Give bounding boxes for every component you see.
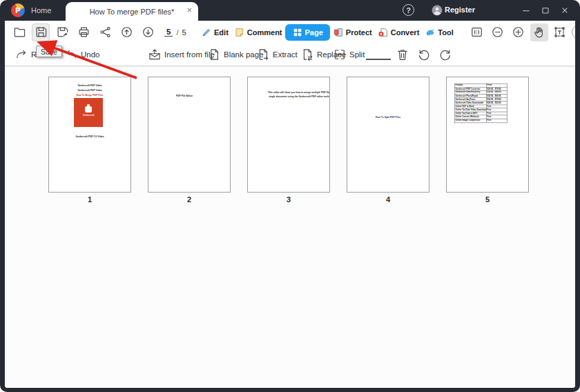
page-number-3: 3 bbox=[247, 195, 330, 204]
page-number-1: 1 bbox=[48, 195, 131, 204]
page-thumbnail-2[interactable]: PDF File Editor bbox=[148, 77, 231, 193]
thumb1-red-line: How To Merge PDF Files bbox=[70, 94, 110, 96]
split-button[interactable]: Split bbox=[333, 43, 365, 66]
tab-convert-label: Convert bbox=[391, 28, 420, 37]
insert-from-file-button[interactable]: Insert from file bbox=[148, 43, 215, 66]
page-separator: / bbox=[176, 28, 178, 37]
tab-protect-label: Protect bbox=[346, 28, 372, 37]
thumb3-line2: single document using the Geekersoft PDF… bbox=[269, 95, 329, 97]
share-button[interactable] bbox=[96, 23, 114, 41]
thumb4-line: How To Split PDF Files bbox=[369, 116, 408, 118]
extract-button[interactable]: Extract bbox=[256, 43, 298, 66]
minimize-button[interactable] bbox=[521, 5, 532, 16]
thumb3-line1: This video will show you how to merge mu… bbox=[268, 91, 330, 93]
tab-edit-label: Edit bbox=[214, 28, 229, 37]
page-number-input[interactable]: 5 bbox=[164, 28, 173, 37]
insert-envelope-icon bbox=[148, 48, 162, 61]
thumb5-table: ProductPriceGeekersoft PDF Converter$29.… bbox=[454, 84, 508, 123]
page-thumbnail-5[interactable]: ProductPriceGeekersoft PDF Converter$29.… bbox=[446, 77, 529, 193]
tab-close-icon[interactable]: × bbox=[186, 6, 192, 14]
extract-page-icon bbox=[256, 48, 270, 61]
page-toolbar: Redo Undo Insert from file Blank page Ex… bbox=[5, 43, 575, 66]
document-tab[interactable]: How To merge PDF files* × bbox=[66, 2, 198, 21]
thumb1-line2: Geekersoft PDF Video bbox=[70, 89, 110, 91]
app-logo-letter: P bbox=[15, 6, 20, 14]
blank-page-button[interactable]: Blank page bbox=[207, 43, 264, 66]
thumb1-logo-box: Geekersoft bbox=[74, 98, 103, 127]
tab-protect[interactable]: Protect bbox=[330, 24, 375, 41]
page-number-4: 4 bbox=[347, 195, 429, 204]
page-number-2: 2 bbox=[148, 195, 231, 204]
tab-page[interactable]: Page bbox=[285, 24, 330, 41]
thumb1-footer-line: Geekersoft PDF CO Video bbox=[70, 135, 110, 137]
tab-tool-label: Tool bbox=[438, 28, 453, 37]
next-page-button[interactable] bbox=[139, 23, 157, 41]
page-number-5: 5 bbox=[446, 195, 529, 204]
register-button[interactable]: Register bbox=[445, 6, 475, 14]
print-button[interactable] bbox=[75, 23, 93, 41]
close-button[interactable] bbox=[559, 5, 570, 16]
extract-label: Extract bbox=[273, 50, 298, 59]
avatar-icon[interactable] bbox=[431, 4, 443, 17]
select-tool-button[interactable] bbox=[551, 23, 569, 41]
help-icon[interactable]: ? bbox=[403, 4, 414, 16]
tab-edit[interactable]: Edit bbox=[198, 24, 231, 41]
app-surface: 5 / 5 Edit Comment Page bbox=[5, 21, 575, 388]
rotate-left-button[interactable] bbox=[417, 43, 431, 66]
maximize-button[interactable] bbox=[540, 5, 551, 16]
page-thumbnail-3[interactable]: This video will show you how to merge mu… bbox=[247, 77, 330, 193]
page-thumbnails-canvas: Geekersoft PDF Video Geekersoft PDF Vide… bbox=[5, 66, 575, 388]
rotate-left-icon bbox=[417, 48, 431, 61]
save-as-button[interactable] bbox=[53, 23, 71, 41]
rotate-right-button[interactable] bbox=[438, 43, 452, 66]
tool-bucket-icon bbox=[425, 27, 436, 38]
save-button[interactable] bbox=[32, 23, 50, 41]
undo-icon bbox=[64, 48, 78, 61]
app-logo-icon: P bbox=[11, 3, 25, 17]
page-thumbnail-1[interactable]: Geekersoft PDF Video Geekersoft PDF Vide… bbox=[48, 77, 131, 193]
trash-icon bbox=[396, 48, 409, 61]
page-navigation: 5 / 5 bbox=[164, 28, 186, 37]
protect-shield-icon bbox=[333, 27, 344, 38]
home-menu[interactable]: Home bbox=[31, 6, 51, 14]
page-thumbnail-4[interactable]: How To Split PDF Files bbox=[347, 77, 429, 193]
view-tools-group bbox=[468, 23, 575, 41]
thumb1-line1: Geekersoft PDF Video bbox=[70, 84, 110, 86]
app-window: P Home How To merge PDF files* × ? Regis… bbox=[0, 0, 580, 392]
ribbon-tabs: Edit Comment Page Protect Convert bbox=[195, 24, 460, 41]
delete-page-button[interactable] bbox=[396, 43, 409, 66]
tab-tool[interactable]: Tool bbox=[422, 24, 456, 41]
thumb2-line: PDF File Editor bbox=[176, 95, 193, 97]
page-total: 5 bbox=[182, 28, 186, 37]
replace-page-icon bbox=[300, 48, 314, 61]
tab-convert[interactable]: Convert bbox=[375, 24, 423, 41]
blank-page-icon bbox=[207, 48, 221, 61]
tab-comment[interactable]: Comment bbox=[231, 24, 285, 41]
main-toolbar: 5 / 5 Edit Comment Page bbox=[5, 21, 575, 43]
save-tooltip: Save bbox=[36, 46, 62, 57]
edit-pencil-icon bbox=[201, 27, 212, 38]
zoom-out-button[interactable] bbox=[489, 23, 507, 41]
previous-page-button[interactable] bbox=[117, 23, 135, 41]
hand-tool-button[interactable] bbox=[530, 23, 548, 41]
convert-file-icon bbox=[378, 27, 389, 38]
undo-label: Undo bbox=[81, 50, 100, 59]
thumb1-logo-icon bbox=[85, 106, 92, 112]
split-label: Split bbox=[349, 50, 365, 59]
zoom-in-button[interactable] bbox=[510, 23, 528, 41]
document-tab-title: How To merge PDF files* bbox=[90, 8, 175, 16]
rotate-right-icon bbox=[438, 48, 452, 61]
tab-comment-label: Comment bbox=[247, 28, 282, 37]
page-grid-icon bbox=[292, 27, 303, 38]
comment-note-icon bbox=[234, 27, 245, 38]
split-icon bbox=[333, 48, 347, 61]
fit-width-button[interactable] bbox=[468, 23, 486, 41]
tab-page-label: Page bbox=[305, 28, 323, 37]
thumb1-logo-text: Geekersoft bbox=[83, 114, 94, 116]
open-file-button[interactable] bbox=[10, 23, 28, 41]
redo-icon bbox=[14, 48, 28, 61]
undo-button[interactable]: Undo bbox=[64, 43, 100, 66]
titlebar: P Home How To merge PDF files* × ? Regis… bbox=[0, 0, 580, 21]
search-field[interactable] bbox=[572, 25, 575, 39]
split-count-field[interactable] bbox=[366, 59, 391, 60]
